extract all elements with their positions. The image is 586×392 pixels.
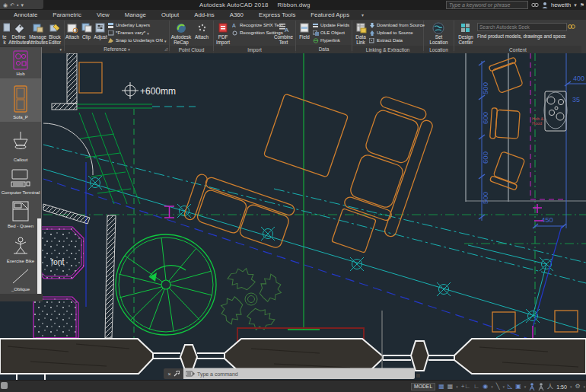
pdf-import-button[interactable]: PDF Import: [214, 21, 232, 46]
seek-search-icon[interactable]: [567, 23, 576, 31]
tab-view[interactable]: View: [89, 10, 117, 20]
snap-to-underlays-dropdown[interactable]: Snap to Underlays ON▾: [108, 37, 167, 44]
isometric-drafting-icon[interactable]: ╲: [496, 384, 500, 390]
callout-icon: [11, 130, 30, 156]
status-left-pill[interactable]: [1, 382, 8, 389]
attach-button[interactable]: Attach: [65, 21, 80, 40]
computer-terminal-icon: [9, 169, 32, 189]
palette-item-callout[interactable]: Callout: [0, 122, 41, 164]
hyperlink-button[interactable]: Hyperlink: [313, 37, 349, 44]
signed-in-user[interactable]: hewetth: [551, 2, 571, 8]
user-icon[interactable]: [542, 2, 548, 8]
panel-label-content[interactable]: Content: [454, 46, 581, 54]
update-fields-button[interactable]: Update Fields: [313, 22, 349, 29]
scale-dropdown-icon[interactable]: ▾: [570, 384, 572, 389]
command-customize-icon[interactable]: [174, 371, 180, 377]
palette-item-hob[interactable]: Hob: [0, 47, 41, 78]
tab-a360[interactable]: A360: [222, 10, 251, 20]
download-from-source-button[interactable]: Download from Source: [369, 22, 421, 29]
polar-tracking-icon[interactable]: ◉: [482, 384, 488, 390]
frames-vary-dropdown[interactable]: *Frames vary*▾: [108, 30, 167, 37]
palette-item-computer-terminal[interactable]: Computer Terminal: [0, 164, 41, 197]
undo-icon[interactable]: ↶: [10, 2, 14, 8]
field-button[interactable]: Field: [296, 21, 313, 40]
tab-manage[interactable]: Manage: [117, 10, 154, 20]
recognition-settings-button[interactable]: Recognition Settings: [232, 30, 275, 37]
annotation-visibility-icon[interactable]: [529, 383, 535, 390]
define-attributes-button[interactable]: Define Attributes: [9, 21, 28, 46]
tab-overflow-icon[interactable]: ▾: [357, 12, 368, 18]
palette-item-sofa-p[interactable]: Sofa_P: [0, 78, 41, 122]
point-cloud-attach-button[interactable]: Attach: [193, 21, 211, 40]
tab-parametric[interactable]: Parametric: [45, 10, 89, 20]
quick-access-toolbar[interactable]: ◉ ↶ ▪ ▾: [0, 0, 43, 9]
tool-palette: Hob Sofa_P Callout Computer Terminal Bed…: [0, 47, 42, 294]
autoscale-icon[interactable]: [538, 383, 544, 390]
object-snap-tracking-icon[interactable]: ◺: [508, 384, 512, 390]
palette-item-oblique[interactable]: _Oblique: [0, 266, 41, 294]
panel-label-data[interactable]: Data: [296, 45, 352, 53]
palette-scrollbar[interactable]: [37, 218, 41, 294]
snap-mode-icon[interactable]: ▦: [447, 384, 454, 390]
command-grip[interactable]: [416, 374, 420, 378]
tab-annotate[interactable]: Annotate: [6, 10, 45, 20]
palette-item-exercise-bike[interactable]: Exercise Bike: [0, 231, 41, 266]
annotation-scale-icon[interactable]: 人: [547, 384, 553, 390]
autodesk-recap-button[interactable]: Autodesk ReCap: [170, 21, 193, 46]
tab-express-tools[interactable]: Express Tools: [251, 10, 303, 20]
tab-output[interactable]: Output: [154, 10, 186, 20]
recognize-shx-text-button[interactable]: A Recognize SHX Text: [232, 22, 275, 29]
qat-dropdown-icon[interactable]: ▾: [21, 2, 24, 8]
keep-me-icon[interactable]: ⚑: [580, 2, 584, 8]
model-space-button[interactable]: MODEL: [411, 383, 435, 391]
command-tools[interactable]: ×: [164, 368, 183, 379]
create-block-button[interactable]: te k: [0, 21, 9, 46]
command-keyboard-icon: [186, 371, 195, 377]
combine-text-button[interactable]: A Combine Text: [275, 21, 292, 46]
object-snap-icon[interactable]: ▣: [515, 384, 521, 390]
grid-display-icon[interactable]: ▦: [438, 384, 444, 390]
svg-text:Hood: Hood: [532, 121, 542, 126]
panel-label-import[interactable]: Import: [214, 46, 295, 54]
polar-dropdown-icon[interactable]: ▾: [491, 384, 493, 389]
app-menu-icon[interactable]: ◉: [3, 2, 8, 8]
dynamic-input-icon[interactable]: +∟: [461, 384, 471, 390]
tab-addins[interactable]: Add-ins: [186, 10, 221, 20]
upload-to-source-button[interactable]: Upload to Source: [369, 30, 421, 37]
search-exchange-icon[interactable]: [531, 2, 539, 8]
data-link-button[interactable]: Data Link: [352, 21, 369, 46]
panel-label-point-cloud[interactable]: Point Cloud: [170, 46, 213, 54]
command-input[interactable]: Type a command: [183, 368, 415, 379]
palette-item-bed-queen[interactable]: Bed - Queen: [0, 197, 41, 231]
redo-icon[interactable]: ▪: [17, 2, 18, 8]
command-close-icon[interactable]: ×: [167, 371, 170, 377]
set-location-button[interactable]: Set Location: [427, 21, 451, 46]
manage-attributes-button[interactable]: Manage Attributes: [28, 21, 47, 46]
user-dropdown-icon[interactable]: ▾: [574, 2, 577, 8]
command-bar: × Type a command: [164, 368, 415, 379]
panel-label-linking[interactable]: Linking & Extraction: [352, 46, 423, 54]
customization-gear-icon[interactable]: ⚙: [575, 384, 580, 390]
help-search-input[interactable]: Type a keyword or phrase: [446, 1, 528, 9]
design-center-button[interactable]: Design Center: [454, 21, 477, 46]
reference-dialog-launcher-icon[interactable]: ◿: [164, 45, 167, 53]
extract-data-button[interactable]: Extract Data: [369, 37, 421, 44]
customization-dropdown-icon[interactable]: ▾: [584, 384, 586, 389]
annotation-scale-value[interactable]: 1:50: [556, 384, 567, 390]
block-editor-button[interactable]: Block Editor: [47, 21, 62, 46]
adjust-button[interactable]: Adjust: [93, 21, 108, 40]
iso-dropdown-icon[interactable]: ▾: [503, 384, 505, 389]
svg-text:+600mm: +600mm: [140, 86, 176, 97]
underlay-layers-button[interactable]: Underlay Layers: [108, 22, 167, 29]
document-name: Ribbon.dwg: [277, 2, 310, 8]
seek-search-input[interactable]: Search Autodesk Seek: [477, 23, 567, 31]
osnap-dropdown-icon[interactable]: ▾: [524, 384, 527, 389]
ortho-icon[interactable]: ∟: [473, 384, 479, 390]
tab-featured-apps[interactable]: Featured Apps: [303, 10, 357, 20]
drawing-canvas[interactable]: +600mm font: [0, 53, 586, 380]
ole-object-button[interactable]: OLE Object: [313, 30, 349, 37]
clip-button[interactable]: Clip: [80, 21, 93, 40]
snap-dropdown-icon[interactable]: ▾: [456, 384, 458, 389]
panel-label-reference[interactable]: Reference ▾◿: [65, 45, 169, 53]
panel-label-location[interactable]: Location: [424, 46, 454, 54]
